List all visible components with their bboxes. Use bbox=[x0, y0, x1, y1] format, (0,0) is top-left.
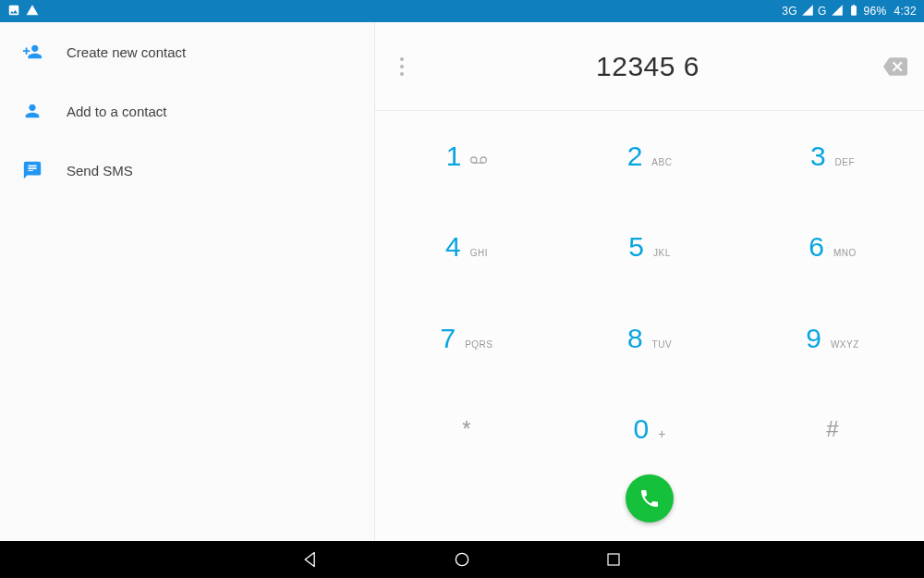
key-letters: + bbox=[658, 426, 665, 441]
key-4[interactable]: 4GHI bbox=[375, 202, 558, 292]
signal-icon-1 bbox=[801, 4, 814, 19]
person-add-icon bbox=[18, 38, 46, 66]
dialed-number: 12345 6 bbox=[414, 51, 881, 82]
svg-point-3 bbox=[456, 553, 468, 565]
battery-icon bbox=[847, 4, 860, 19]
key-digit: 3 bbox=[810, 142, 826, 170]
key-2[interactable]: 2ABC bbox=[558, 111, 741, 202]
key-letters: ABC bbox=[651, 157, 672, 167]
key-digit: 8 bbox=[627, 325, 643, 352]
key-digit: 1 bbox=[446, 142, 462, 170]
voicemail-icon bbox=[470, 153, 487, 169]
add-to-contact-label: Add to a contact bbox=[67, 104, 166, 119]
key-digit: 2 bbox=[627, 142, 643, 170]
picture-icon bbox=[7, 4, 20, 19]
key-7[interactable]: 7PQRS bbox=[375, 293, 558, 384]
clock: 4:32 bbox=[894, 5, 917, 18]
key-0[interactable]: 0+ bbox=[558, 384, 741, 474]
key-digit: 0 bbox=[634, 415, 650, 443]
alert-icon bbox=[26, 4, 39, 19]
network-type-1: 3G bbox=[782, 5, 797, 18]
key-letters: GHI bbox=[470, 248, 488, 258]
network-type-2: G bbox=[818, 5, 827, 18]
system-nav-bar bbox=[0, 541, 924, 578]
key-5[interactable]: 5JKL bbox=[558, 202, 741, 292]
key-6[interactable]: 6MNO bbox=[741, 202, 924, 292]
key-digit: 6 bbox=[808, 233, 824, 261]
key-letters: TUV bbox=[652, 339, 673, 350]
send-sms-item[interactable]: Send SMS bbox=[0, 141, 374, 200]
key-letters: JKL bbox=[653, 248, 671, 258]
svg-point-1 bbox=[480, 157, 486, 163]
contact-actions-panel: Create new contact Add to a contact Send… bbox=[0, 22, 374, 541]
nav-back-button[interactable] bbox=[299, 548, 322, 571]
key-8[interactable]: 8TUV bbox=[558, 293, 741, 384]
key-digit: 7 bbox=[440, 325, 456, 352]
signal-icon-2 bbox=[831, 4, 844, 19]
message-icon bbox=[18, 156, 46, 184]
status-bar: 3G G 96% 4:32 bbox=[0, 0, 924, 22]
key-digit: * bbox=[462, 416, 470, 442]
key-digit: 4 bbox=[445, 233, 461, 261]
key-letters: DEF bbox=[835, 157, 856, 167]
battery-percent: 96% bbox=[864, 5, 887, 18]
call-button[interactable] bbox=[626, 474, 674, 523]
svg-rect-4 bbox=[608, 554, 619, 565]
key-star[interactable]: * bbox=[375, 384, 558, 474]
key-9[interactable]: 9WXYZ bbox=[741, 293, 924, 384]
person-icon bbox=[18, 97, 46, 125]
nav-recent-button[interactable] bbox=[602, 548, 625, 571]
dialed-row: 12345 6 bbox=[375, 22, 924, 111]
dialer-panel: 12345 6 1 2ABC 3DEF 4GHI 5JKL bbox=[374, 22, 924, 541]
backspace-button[interactable] bbox=[881, 53, 909, 80]
create-contact-label: Create new contact bbox=[67, 44, 186, 60]
key-3[interactable]: 3DEF bbox=[741, 111, 924, 202]
nav-home-button[interactable] bbox=[451, 548, 473, 571]
key-letters: MNO bbox=[833, 248, 857, 258]
add-to-contact-item[interactable]: Add to a contact bbox=[0, 81, 374, 141]
dial-keypad: 1 2ABC 3DEF 4GHI 5JKL 6MNO 7PQRS 8TUV 9W… bbox=[375, 111, 924, 474]
key-hash[interactable]: # bbox=[741, 384, 924, 474]
create-contact-item[interactable]: Create new contact bbox=[0, 22, 374, 81]
key-letters: PQRS bbox=[465, 339, 492, 350]
key-digit: 5 bbox=[628, 233, 644, 261]
svg-point-0 bbox=[471, 157, 477, 163]
key-digit: 9 bbox=[806, 325, 821, 352]
key-letters: WXYZ bbox=[831, 339, 859, 350]
key-digit: # bbox=[826, 416, 838, 442]
more-options-button[interactable] bbox=[390, 50, 414, 83]
key-1[interactable]: 1 bbox=[375, 111, 558, 202]
send-sms-label: Send SMS bbox=[67, 163, 133, 178]
